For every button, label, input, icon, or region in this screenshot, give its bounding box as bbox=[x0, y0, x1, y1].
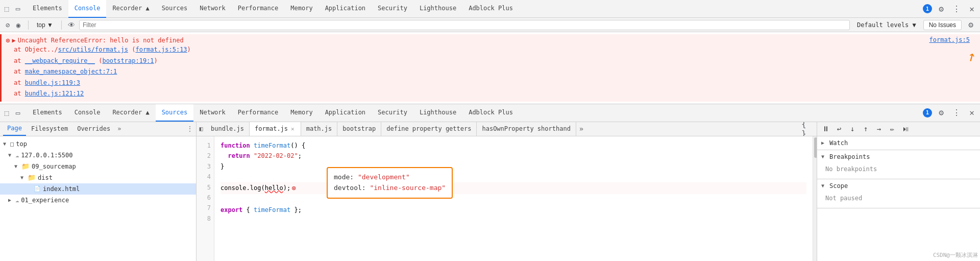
editor-tab-define[interactable]: define property getters bbox=[381, 122, 477, 136]
code-line-3: } bbox=[220, 161, 806, 172]
watch-section: ▶ Watch bbox=[817, 136, 980, 150]
bundle-link-2[interactable]: bundle.js:121:12 bbox=[25, 90, 84, 97]
console-settings-icon[interactable]: ⚙ bbox=[965, 19, 977, 31]
tab-recorder-top[interactable]: Recorder ▲ bbox=[106, 0, 155, 18]
console-content: ⊗ ▶ Uncaught ReferenceError: hello is no… bbox=[0, 32, 980, 104]
tab-sources-bottom[interactable]: Sources bbox=[156, 104, 194, 122]
tab-sources-top[interactable]: Sources bbox=[156, 0, 194, 18]
eye-icon[interactable]: 👁 bbox=[67, 20, 76, 30]
editor-tab-hasown[interactable]: hasOwnProperty shorthand bbox=[477, 122, 576, 136]
tab-security-top[interactable]: Security bbox=[372, 0, 413, 18]
line-num-7: 7 bbox=[197, 203, 211, 213]
tree-item-09sourcemap[interactable]: ▼ 📁 09_sourcemap bbox=[0, 161, 196, 172]
vertical-scrollbar[interactable] bbox=[813, 136, 817, 261]
error-expand-arrow[interactable]: ▶ bbox=[12, 37, 15, 44]
tab-memory-bottom[interactable]: Memory bbox=[284, 104, 318, 122]
line-num-5: 5 bbox=[197, 182, 211, 193]
tab-console-bottom[interactable]: Console bbox=[68, 104, 107, 122]
sidebar-more-btn[interactable]: » bbox=[117, 125, 121, 132]
close-btn-top[interactable]: ✕ bbox=[966, 3, 978, 15]
folder-icon-09: 📁 bbox=[21, 162, 30, 170]
error-stack: at Object../src/utils/format.js (format.… bbox=[14, 44, 976, 100]
tab-adblock-bottom[interactable]: Adblock Plus bbox=[462, 104, 519, 122]
format-js-link-2[interactable]: format.js:5:13 bbox=[135, 46, 187, 53]
tab-application-bottom[interactable]: Application bbox=[319, 104, 372, 122]
make-namespace-link[interactable]: make_namespace_object:7:1 bbox=[25, 68, 117, 75]
more-btn-top[interactable]: ⋮ bbox=[950, 3, 963, 15]
editor-tab-bundle[interactable]: bundle.js bbox=[206, 122, 250, 136]
tree-item-index[interactable]: 📄 index.html bbox=[0, 183, 196, 195]
settings-btn-bottom[interactable]: ⚙ bbox=[935, 107, 947, 119]
inspect-icon[interactable]: ⬚ bbox=[2, 4, 11, 13]
sidebar-toggle-icon[interactable]: ◧ bbox=[197, 124, 206, 133]
editor-tab-bootstrap[interactable]: bootstrap bbox=[337, 122, 381, 136]
context-selector[interactable]: top ▼ bbox=[34, 20, 56, 30]
step-btn[interactable]: → bbox=[873, 123, 885, 134]
default-levels-btn[interactable]: Default levels ▼ bbox=[853, 20, 920, 30]
scroll-thumb[interactable] bbox=[814, 137, 817, 158]
close-format-tab[interactable]: ✕ bbox=[290, 125, 296, 133]
tab-lighthouse-top[interactable]: Lighthouse bbox=[413, 0, 462, 18]
editor-tab-math[interactable]: math.js bbox=[301, 122, 338, 136]
tab-console-top[interactable]: Console bbox=[68, 0, 107, 18]
stack-line-5: at bundle.js:121:12 bbox=[14, 88, 976, 100]
bootstrap-link[interactable]: bootstrap:19:1 bbox=[102, 57, 154, 64]
tab-security-bottom[interactable]: Security bbox=[372, 104, 413, 122]
tab-performance-top[interactable]: Performance bbox=[232, 0, 284, 18]
sidebar-menu-icon[interactable]: ⋮ bbox=[187, 125, 193, 132]
pause-resume-btn[interactable]: ⏸ bbox=[820, 123, 831, 134]
watch-section-header[interactable]: ▶ Watch bbox=[817, 136, 980, 150]
editor-tab-format[interactable]: format.js ✕ bbox=[250, 122, 301, 136]
tab-adblock-top[interactable]: Adblock Plus bbox=[462, 0, 519, 18]
tab-elements-bottom[interactable]: Elements bbox=[27, 104, 68, 122]
bottom-tab-bar-icons: ⬚ ▭ bbox=[2, 108, 22, 117]
breakpoints-section-header[interactable]: ▼ Breakpoints bbox=[817, 150, 980, 163]
inspect-icon-bottom[interactable]: ⬚ bbox=[2, 108, 11, 117]
sidebar-tab-page[interactable]: Page bbox=[3, 122, 26, 136]
tab-performance-bottom[interactable]: Performance bbox=[232, 104, 284, 122]
file-tree: ▼ □ top ▼ ☁ 127.0.0.1:5500 ▼ 📁 09_sou bbox=[0, 136, 196, 261]
webpack-require-link[interactable]: __webpack_require__ bbox=[25, 57, 95, 64]
more-btn-bottom[interactable]: ⋮ bbox=[950, 107, 963, 119]
format-js-top-right[interactable]: format.js:5 bbox=[929, 36, 970, 43]
tree-item-top[interactable]: ▼ □ top bbox=[0, 138, 196, 150]
format-code-icon[interactable]: { } bbox=[801, 123, 814, 135]
sources-sidebar-tabs: Page Filesystem Overrides » ⋮ bbox=[0, 122, 196, 136]
tab-memory-top[interactable]: Memory bbox=[284, 0, 318, 18]
sidebar-tab-filesystem[interactable]: Filesystem bbox=[27, 122, 72, 136]
editor-tabs-more-btn[interactable]: » bbox=[576, 125, 586, 133]
step-over-btn[interactable]: ↩ bbox=[834, 123, 845, 134]
deactivate-breakpoints-btn[interactable]: ✏ bbox=[887, 123, 898, 134]
device-icon[interactable]: ▭ bbox=[13, 4, 22, 13]
tree-item-01exp[interactable]: ▶ ☁ 01_experience bbox=[0, 195, 196, 206]
step-into-btn[interactable]: ↓ bbox=[847, 123, 858, 134]
tab-lighthouse-bottom[interactable]: Lighthouse bbox=[413, 104, 462, 122]
tab-recorder-bottom[interactable]: Recorder ▲ bbox=[106, 104, 155, 122]
error-badge-bottom: 1 bbox=[923, 108, 932, 117]
chevron-icon-server: ▼ bbox=[8, 152, 13, 158]
sidebar-tab-overrides[interactable]: Overrides bbox=[73, 122, 114, 136]
tree-item-dist[interactable]: ▼ 📁 dist bbox=[0, 172, 196, 183]
settings-btn-top[interactable]: ⚙ bbox=[935, 3, 947, 15]
bundle-link-1[interactable]: bundle.js:119:3 bbox=[25, 79, 80, 86]
tab-network-bottom[interactable]: Network bbox=[193, 104, 232, 122]
code-line-7: export { timeFormat }; bbox=[220, 205, 806, 215]
tree-item-server[interactable]: ▼ ☁ 127.0.0.1:5500 bbox=[0, 150, 196, 161]
scope-section-header[interactable]: ▼ Scope bbox=[817, 179, 980, 193]
tab-network-top[interactable]: Network bbox=[193, 0, 232, 18]
no-issues-btn[interactable]: No Issues bbox=[923, 20, 962, 30]
close-btn-bottom[interactable]: ✕ bbox=[966, 107, 978, 119]
step-out-btn[interactable]: ↑ bbox=[860, 123, 871, 134]
device-icon-bottom[interactable]: ▭ bbox=[13, 108, 22, 117]
chevron-icon-01exp: ▶ bbox=[8, 197, 13, 203]
console-filter-input[interactable] bbox=[79, 20, 850, 30]
tab-elements-top[interactable]: Elements bbox=[27, 0, 68, 18]
console-toolbar: ⊘ ◉ top ▼ 👁 Default levels ▼ No Issues ⚙ bbox=[0, 18, 980, 32]
format-js-link-1[interactable]: src/utils/format.js bbox=[58, 46, 128, 53]
clear-console-icon[interactable]: ⊘ bbox=[3, 20, 12, 30]
code-content: function timeFormat() { return "2022-02-… bbox=[214, 136, 813, 261]
tab-application-top[interactable]: Application bbox=[319, 0, 372, 18]
show-filter-icon[interactable]: ◉ bbox=[14, 20, 23, 30]
watch-label: Watch bbox=[829, 139, 848, 147]
dont-pause-exceptions-btn[interactable]: ⏯ bbox=[900, 123, 911, 134]
